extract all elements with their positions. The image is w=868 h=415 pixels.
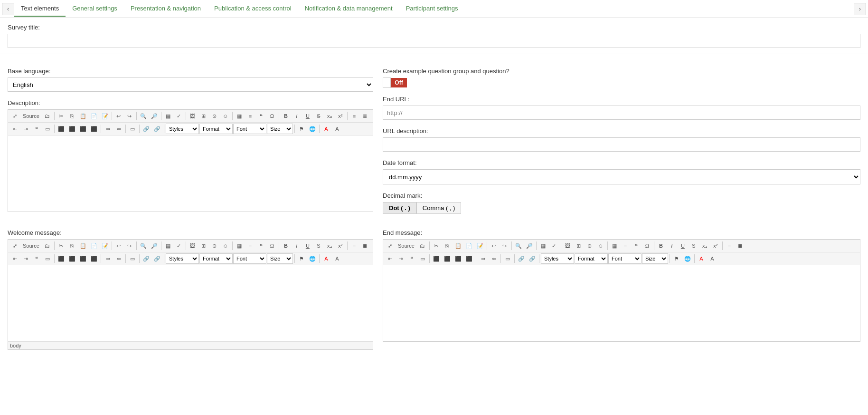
- eb-indent[interactable]: ⇥: [396, 253, 406, 264]
- tb-image[interactable]: 🖼: [188, 111, 198, 121]
- eb-underline[interactable]: U: [678, 241, 688, 251]
- tb-paste[interactable]: 📋: [78, 111, 88, 121]
- wb-select-all[interactable]: ▦: [163, 241, 173, 251]
- eb-spell[interactable]: ✓: [549, 241, 559, 251]
- eb-undo[interactable]: ↩: [489, 241, 499, 251]
- wb-align-left[interactable]: ⬛: [56, 253, 66, 264]
- eb-font-color[interactable]: A: [696, 253, 707, 264]
- tb-subscript[interactable]: x₂: [324, 111, 335, 121]
- wb-font-color[interactable]: A: [321, 253, 331, 264]
- eb-paste-word[interactable]: 📝: [475, 241, 485, 251]
- wb-sup[interactable]: x²: [335, 241, 346, 251]
- wb-indent[interactable]: ⇥: [20, 253, 31, 264]
- tb-redo[interactable]: ↪: [124, 111, 135, 121]
- eb-align-left[interactable]: ⬛: [431, 253, 442, 264]
- tb-dir-rtl[interactable]: ⇐: [113, 124, 124, 134]
- tb-font-color[interactable]: A: [321, 124, 331, 134]
- eb-format[interactable]: Format: [575, 253, 608, 264]
- tb-justify[interactable]: ⬛: [89, 124, 99, 134]
- wb-font[interactable]: Font: [233, 253, 266, 264]
- eb-blockquote[interactable]: ❝: [406, 253, 417, 264]
- base-language-select[interactable]: English: [8, 77, 373, 92]
- eb-copy[interactable]: ⎘: [442, 241, 453, 251]
- wb-justify[interactable]: ⬛: [89, 253, 99, 264]
- tb-flash[interactable]: ⊙: [209, 111, 220, 121]
- eb-expand[interactable]: ⤢: [385, 241, 395, 251]
- toggle-left-button[interactable]: [383, 77, 391, 88]
- wb-strike[interactable]: S: [313, 241, 324, 251]
- wb-paste[interactable]: 📋: [78, 241, 88, 251]
- eb-find-replace[interactable]: 🔎: [524, 241, 535, 251]
- tb-outdent[interactable]: ⇤: [9, 124, 20, 134]
- tb-dir-ltr[interactable]: ⇒: [103, 124, 113, 134]
- wb-expand[interactable]: ⤢: [9, 241, 20, 251]
- wb-link[interactable]: 🔗: [141, 253, 151, 264]
- wb-div[interactable]: ▭: [42, 253, 53, 264]
- tb-paste-word[interactable]: 📝: [100, 111, 110, 121]
- eb-find[interactable]: 🔍: [513, 241, 524, 251]
- tb-find[interactable]: 🔍: [138, 111, 149, 121]
- eb-ltr[interactable]: ⇒: [478, 253, 488, 264]
- wb-redo[interactable]: ↪: [124, 241, 135, 251]
- tb-quote[interactable]: ❝: [31, 124, 42, 134]
- eb-smiley[interactable]: ☺: [595, 241, 606, 251]
- eb-styles[interactable]: Styles: [541, 253, 574, 264]
- tab-general-settings[interactable]: General settings: [66, 1, 124, 17]
- eb-flash[interactable]: ⊙: [585, 241, 595, 251]
- tb-list-ul[interactable]: ≣: [360, 111, 370, 121]
- wb-find[interactable]: 🔍: [138, 241, 149, 251]
- tb-copy[interactable]: ⎘: [67, 111, 77, 121]
- wb-blockquote[interactable]: ❝: [31, 253, 42, 264]
- end-url-input[interactable]: [383, 106, 860, 120]
- tab-publication-access[interactable]: Publication & access control: [208, 1, 298, 17]
- wb-ltr[interactable]: ⇒: [103, 253, 113, 264]
- eb-paste[interactable]: 📋: [453, 241, 463, 251]
- tb-flag[interactable]: ⚑: [296, 124, 307, 134]
- tb-unlink[interactable]: 🔗: [152, 124, 162, 134]
- wb-table-insert[interactable]: ⊞: [198, 241, 209, 251]
- eb-cut[interactable]: ✂: [431, 241, 442, 251]
- tb-cut[interactable]: ✂: [56, 111, 66, 121]
- wb-outdent[interactable]: ⇤: [9, 253, 20, 264]
- tb-find-replace[interactable]: 🔎: [149, 111, 160, 121]
- toggle-off-button[interactable]: Off: [391, 78, 406, 87]
- tb-table[interactable]: ▦: [234, 111, 245, 121]
- tb-align-left[interactable]: ⬛: [56, 124, 66, 134]
- eb-col-align[interactable]: ≡: [620, 241, 631, 251]
- tb-font-select[interactable]: Font: [233, 124, 266, 134]
- decimal-dot-button[interactable]: Dot ( . ): [383, 202, 416, 214]
- tab-participant-settings[interactable]: Participant settings: [399, 1, 465, 17]
- tab-text-elements[interactable]: Text elements: [14, 1, 66, 17]
- tb-bold[interactable]: B: [281, 111, 291, 121]
- wb-smiley[interactable]: ☺: [220, 241, 231, 251]
- eb-image[interactable]: 🖼: [563, 241, 573, 251]
- eb-font[interactable]: Font: [608, 253, 642, 264]
- tb-underline[interactable]: U: [302, 111, 313, 121]
- eb-size[interactable]: Size: [642, 253, 668, 264]
- tb-undo[interactable]: ↩: [113, 111, 124, 121]
- tb-expand[interactable]: ⤢: [9, 111, 20, 121]
- welcome-editor-area[interactable]: [8, 265, 373, 341]
- tb-bg-color[interactable]: A: [332, 124, 342, 134]
- eb-special[interactable]: Ω: [642, 241, 652, 251]
- wb-align-center[interactable]: ⬛: [67, 253, 77, 264]
- tb-paste-text[interactable]: 📄: [89, 111, 99, 121]
- tb-strikethrough[interactable]: S: [313, 111, 324, 121]
- tb-smiley[interactable]: ☺: [220, 111, 231, 121]
- tb-list-ol[interactable]: ≡: [349, 111, 359, 121]
- wb-format[interactable]: Format: [199, 253, 233, 264]
- wb-undo[interactable]: ↩: [113, 241, 124, 251]
- wb-styles[interactable]: Styles: [166, 253, 199, 264]
- tab-notification-data[interactable]: Notification & data management: [298, 1, 399, 17]
- tb-align-center[interactable]: ⬛: [67, 124, 77, 134]
- tb-italic[interactable]: I: [292, 111, 302, 121]
- tab-presentation-navigation[interactable]: Presentation & navigation: [124, 1, 208, 17]
- url-description-input[interactable]: [383, 137, 860, 152]
- tb-show-blocks[interactable]: ▭: [127, 124, 138, 134]
- eb-ul[interactable]: ≣: [735, 241, 745, 251]
- tb-table-insert[interactable]: ⊞: [198, 111, 209, 121]
- wb-spell[interactable]: ✓: [174, 241, 184, 251]
- eb-outdent[interactable]: ⇤: [385, 253, 395, 264]
- wb-cut[interactable]: ✂: [56, 241, 66, 251]
- eb-globe[interactable]: 🌐: [682, 253, 693, 264]
